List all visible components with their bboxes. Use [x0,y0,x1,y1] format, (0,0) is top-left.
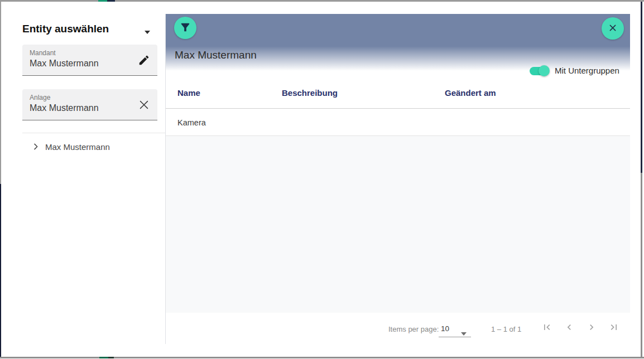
with-subgroups-toggle-row: Mit Untergruppen [528,64,629,78]
column-header-name: Name [177,88,200,98]
table-empty-area [166,136,630,313]
filter-button[interactable] [174,17,196,39]
filter-funnel-icon [179,21,191,35]
anlage-field[interactable]: Anlage Max Mustermann [22,89,157,120]
clear-x-icon[interactable] [138,99,150,111]
background-accent-segment [108,357,114,358]
items-per-page-value: 10 [441,324,449,333]
mandant-field-label: Mandant [30,49,56,57]
tree-item-label: Max Mustermann [45,142,110,152]
mandant-field[interactable]: Mandant Max Mustermann [22,45,157,76]
first-page-icon [541,322,552,334]
window-border-left [0,2,1,184]
first-page-button[interactable] [539,320,555,336]
entity-select-dialog: Entity auswählen Mandant Max Mustermann … [0,0,644,359]
window-border-right [641,2,642,173]
window-border-top [0,0,644,2]
next-page-button[interactable] [584,320,599,336]
edit-pencil-icon[interactable] [138,54,150,66]
table-row[interactable]: Kamera [166,109,630,135]
window-border-bottom [0,357,644,358]
close-x-icon [607,22,618,35]
background-accent-segment [98,0,107,2]
sidebar-divider [22,133,165,133]
last-page-button[interactable] [606,320,622,336]
items-per-page-label: Items per page: [388,325,439,333]
previous-page-button[interactable] [561,320,577,336]
toggle-thumb[interactable] [539,65,550,76]
anlage-field-label: Anlage [30,94,50,101]
close-button[interactable] [602,17,624,40]
window-border-left [0,184,1,357]
entity-select-title: Entity auswählen [22,23,109,35]
paginator: Items per page: 10 1 – 1 of 1 [166,313,630,344]
next-page-icon [586,322,597,334]
background-accent-segment [107,0,115,2]
mandant-field-value: Max Mustermann [30,59,99,69]
select-caret-down-icon [461,328,467,331]
background-accent-segment [99,357,108,358]
column-header-beschreibung: Beschreibung [282,88,338,98]
previous-page-icon [564,322,575,334]
window-border-right [641,173,642,357]
panel-header-bar: Max Mustermann [166,14,630,71]
chevron-right-icon[interactable] [31,142,40,151]
entity-select-dropdown-icon[interactable] [144,27,151,31]
anlage-field-value: Max Mustermann [30,103,99,113]
with-subgroups-toggle-label: Mit Untergruppen [555,66,619,75]
cell-name: Kamera [177,118,206,127]
paginator-range-label: 1 – 1 of 1 [491,325,521,333]
with-subgroups-toggle[interactable] [528,64,550,78]
column-header-geaendert-am: Geändert am [445,88,496,98]
panel-title: Max Mustermann [175,49,257,61]
items-per-page-select[interactable]: 10 [439,322,471,337]
last-page-icon [608,322,619,334]
tree-item-max-mustermann[interactable]: Max Mustermann [22,139,162,156]
